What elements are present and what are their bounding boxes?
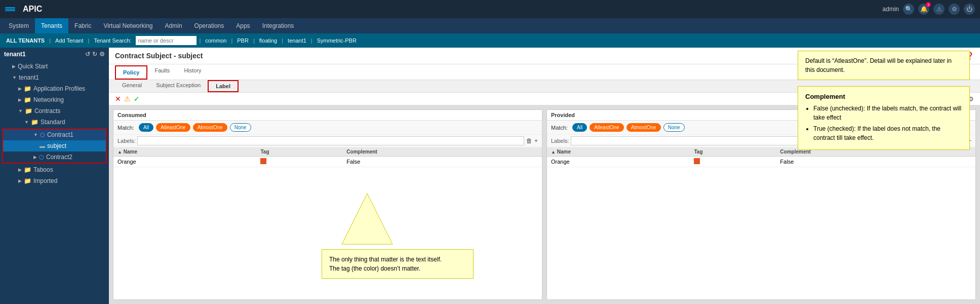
tenant-tenant1[interactable]: tenant1 xyxy=(286,37,308,44)
consumed-match-none[interactable]: None xyxy=(230,123,251,132)
callout-complement-list: False (unchecked): If the labels match, … xyxy=(805,104,962,142)
provided-table: ▲ Name Tag Complement Orange False xyxy=(547,147,975,167)
nav-system[interactable]: System xyxy=(3,18,35,33)
consumed-match-atleastone[interactable]: AtleastOne xyxy=(156,123,190,132)
check-button[interactable]: ✓ xyxy=(134,95,140,103)
bell-icon[interactable]: 🔔 3 xyxy=(918,4,929,15)
tenant-pbr[interactable]: PBR xyxy=(235,37,251,44)
tab-policy[interactable]: Policy xyxy=(115,65,147,80)
provided-match-atmostOne[interactable]: AtmostOne xyxy=(626,123,661,132)
page-title: Contract Subject - subject xyxy=(115,52,203,60)
sidebar-item-imported[interactable]: ▶ 📁 Imported xyxy=(0,175,109,186)
consumed-match-bar: Match: All AtleastOne AtmostOne None xyxy=(113,121,542,135)
expand-icon: ▼ xyxy=(18,108,23,113)
folder-icon: 📁 xyxy=(24,85,31,92)
search-icon[interactable]: 🔍 xyxy=(903,4,914,15)
sidebar-item-label: tenant1 xyxy=(19,74,39,81)
provided-row-complement: False xyxy=(776,157,975,167)
consumed-match-label: Match: xyxy=(117,125,134,131)
sidebar-item-taboos[interactable]: ▶ 📁 Taboos xyxy=(0,164,109,175)
sidebar-item-label: Contract2 xyxy=(46,154,72,161)
callouts-container: Default is “AtleastOne”. Detail will be … xyxy=(798,51,970,150)
sidebar-item-label: subject xyxy=(47,142,66,149)
bell-badge: 3 xyxy=(926,2,931,7)
callout-complement-title: Complement xyxy=(805,92,962,102)
tenant-common[interactable]: common xyxy=(203,37,228,44)
sidebar-item-tenant1[interactable]: ▼ tenant1 xyxy=(0,72,109,83)
expand-icon: ▶ xyxy=(18,97,22,102)
sidebar-item-subject[interactable]: ▬ subject xyxy=(3,140,106,151)
consumed-table: ▲ Name Tag Complement Orange False xyxy=(113,147,542,167)
svg-marker-0 xyxy=(342,194,393,244)
nav-bar: System Tenants Fabric Virtual Networking… xyxy=(0,18,980,33)
sidebar-forward-icon[interactable]: ↻ xyxy=(92,51,97,58)
consumed-labels-input[interactable] xyxy=(137,136,524,145)
consumed-header: Consumed xyxy=(113,110,542,121)
callout-default: Default is “AtleastOne”. Detail will be … xyxy=(798,51,970,80)
provided-match-none[interactable]: None xyxy=(663,123,685,132)
tab-history[interactable]: History xyxy=(177,64,208,80)
sidebar-item-label: Application Profiles xyxy=(33,85,85,92)
nav-fabric[interactable]: Fabric xyxy=(68,18,97,33)
tab-faults[interactable]: Faults xyxy=(147,64,177,80)
nav-admin[interactable]: Admin xyxy=(159,18,188,33)
sidebar-item-standard[interactable]: ▼ 📁 Standard xyxy=(0,117,109,128)
sidebar-settings-icon[interactable]: ⚙ xyxy=(99,51,105,58)
sidebar-item-appprofiles[interactable]: ▶ 📁 Application Profiles xyxy=(0,83,109,94)
tenant-floating[interactable]: floating xyxy=(257,37,279,44)
nav-tenants[interactable]: Tenants xyxy=(35,18,68,33)
tenant-symmetric-pbr[interactable]: Symmetric-PBR xyxy=(315,37,359,44)
add-tenant-link[interactable]: Add Tenant xyxy=(53,37,85,44)
nav-integrations[interactable]: Integrations xyxy=(256,18,300,33)
provided-match-all[interactable]: All xyxy=(572,123,587,132)
provided-labels-label: Labels: xyxy=(551,138,569,144)
consumed-match-atmostOne[interactable]: AtmostOne xyxy=(193,123,227,132)
gear-icon[interactable]: ⚙ xyxy=(949,4,960,15)
sidebar-root-label: tenant1 xyxy=(4,51,26,58)
delete-button[interactable]: ✕ xyxy=(115,95,121,103)
subtab-general[interactable]: General xyxy=(115,80,149,92)
subtab-label[interactable]: Label xyxy=(208,80,239,92)
warning-button[interactable]: ⚠ xyxy=(124,95,131,103)
folder-icon: 📁 xyxy=(24,96,31,103)
nav-virtual-networking[interactable]: Virtual Networking xyxy=(97,18,159,33)
apic-title: APIC xyxy=(23,5,42,14)
sidebar-item-contract2[interactable]: ▶ ⬡ Contract2 xyxy=(3,151,106,163)
sidebar-item-contracts[interactable]: ▼ 📁 Contracts xyxy=(0,105,109,117)
provided-match-atleastone[interactable]: AtleastOne xyxy=(590,123,623,132)
consumed-add-label-icon[interactable]: + xyxy=(534,137,538,144)
folder-icon: 📁 xyxy=(25,107,32,115)
nav-operations[interactable]: Operations xyxy=(188,18,230,33)
alert-icon[interactable]: ⚠ xyxy=(933,4,945,15)
sidebar-back-icon[interactable]: ↺ xyxy=(85,51,90,58)
all-tenants-link[interactable]: ALL TENANTS xyxy=(4,37,47,44)
power-icon[interactable]: ⏻ xyxy=(964,4,975,15)
expand-icon: ▶ xyxy=(18,167,22,172)
consumed-match-all[interactable]: All xyxy=(139,123,153,132)
folder-icon: 📁 xyxy=(31,119,38,126)
provided-row-tag xyxy=(690,157,776,167)
expand-icon: ▶ xyxy=(18,86,22,91)
consumed-col-complement: Complement xyxy=(342,147,542,157)
expand-icon: ▶ xyxy=(18,178,22,183)
sidebar-item-label: Quick Start xyxy=(18,63,48,70)
sidebar-item-contract1[interactable]: ▼ ⬡ Contract1 xyxy=(3,129,106,140)
consumed-delete-label-icon[interactable]: 🗑 xyxy=(526,137,532,144)
admin-label: admin xyxy=(882,6,899,13)
provided-table-row[interactable]: Orange False xyxy=(547,157,975,167)
callout-complement: Complement False (unchecked): If the lab… xyxy=(798,86,970,150)
tenant-bar: ALL TENANTS | Add Tenant | Tenant Search… xyxy=(0,33,980,48)
tenant-search-input[interactable] xyxy=(136,36,197,45)
consumed-table-row[interactable]: Orange False xyxy=(113,157,542,167)
sidebar-header: tenant1 ↺ ↻ ⚙ xyxy=(0,48,109,61)
sidebar-item-networking[interactable]: ▶ 📁 Networking xyxy=(0,94,109,105)
sidebar-item-quickstart[interactable]: ▶ Quick Start xyxy=(0,61,109,72)
sidebar-item-label: Contracts xyxy=(34,107,60,115)
consumed-row-complement: False xyxy=(342,157,542,167)
nav-apps[interactable]: Apps xyxy=(230,18,256,33)
cisco-logo xyxy=(5,7,15,11)
expand-icon: ▶ xyxy=(12,64,16,69)
subtab-subject-exception[interactable]: Subject Exception xyxy=(149,80,208,92)
expand-icon: ▶ xyxy=(33,155,37,160)
provided-col-name: ▲ Name xyxy=(547,147,690,157)
